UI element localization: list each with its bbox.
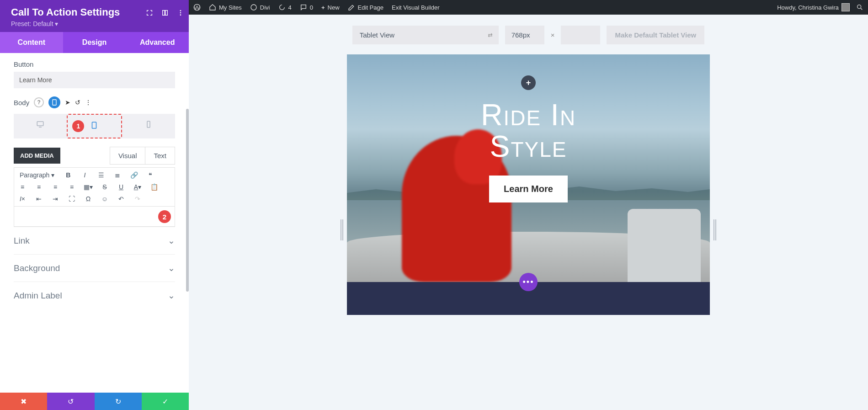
format-select[interactable]: Paragraph ▾ bbox=[17, 170, 57, 181]
chevron-down-icon: ⌄ bbox=[168, 263, 175, 273]
paste-icon[interactable]: 📋 bbox=[149, 181, 160, 192]
wp-logo-icon[interactable] bbox=[193, 4, 201, 11]
chevron-down-icon: ⌄ bbox=[168, 290, 175, 301]
cancel-button[interactable]: ✖ bbox=[0, 393, 47, 410]
align-center-icon[interactable]: ≡ bbox=[33, 181, 44, 192]
svg-point-10 bbox=[251, 5, 256, 10]
sidebar-content: Button Body ? ➤ ↺ ⋮ 1 ADD MEDIA bbox=[0, 53, 189, 393]
svg-rect-1 bbox=[165, 11, 168, 16]
body-more-icon[interactable]: ⋮ bbox=[85, 99, 91, 106]
align-justify-icon[interactable]: ≡ bbox=[66, 181, 77, 192]
device-tabs: 1 bbox=[14, 114, 175, 138]
tab-advanced[interactable]: Advanced bbox=[126, 32, 189, 53]
device-tablet[interactable]: 1 bbox=[67, 114, 122, 138]
scrollbar[interactable] bbox=[186, 109, 189, 292]
special-char-icon[interactable]: Ω bbox=[83, 193, 94, 204]
text-color-icon[interactable]: A▾ bbox=[132, 181, 143, 192]
snap-icon[interactable] bbox=[161, 9, 169, 18]
resize-handle-right[interactable] bbox=[714, 219, 716, 240]
preset-dropdown[interactable]: Preset: Default ▾ bbox=[11, 20, 178, 27]
align-left-icon[interactable]: ≡ bbox=[17, 181, 28, 192]
fullscreen-icon[interactable]: ⛶ bbox=[66, 193, 77, 204]
button-input[interactable] bbox=[14, 72, 175, 88]
accordion-admin-label[interactable]: Admin Label⌄ bbox=[14, 282, 175, 309]
hero-section[interactable]: + Ride InStyle Learn More bbox=[347, 54, 710, 282]
more-icon[interactable] bbox=[177, 9, 184, 18]
svg-point-3 bbox=[180, 12, 181, 14]
add-media-button[interactable]: ADD MEDIA bbox=[14, 148, 60, 164]
hero-cta-button[interactable]: Learn More bbox=[489, 176, 568, 202]
exit-builder-link[interactable]: Exit Visual Builder bbox=[392, 4, 440, 11]
console-decoration bbox=[628, 209, 701, 282]
redo-rte-icon[interactable]: ↷ bbox=[132, 193, 143, 204]
device-desktop[interactable] bbox=[14, 114, 67, 138]
main-canvas: My Sites Divi 4 0 +New Edit Page Exit Vi… bbox=[189, 0, 868, 410]
svg-point-2 bbox=[180, 10, 181, 11]
redo-button[interactable]: ↻ bbox=[95, 393, 142, 410]
undo-button[interactable]: ↺ bbox=[47, 393, 94, 410]
settings-sidebar: Call To Action Settings Preset: Default … bbox=[0, 0, 189, 410]
make-default-button[interactable]: Make Default Tablet View bbox=[607, 26, 704, 44]
builder-menu-button[interactable]: ••• bbox=[519, 273, 538, 291]
table-icon[interactable]: ▦▾ bbox=[83, 181, 94, 192]
body-label: Body bbox=[14, 99, 29, 106]
number-list-icon[interactable]: ≣ bbox=[112, 170, 123, 181]
my-sites-link[interactable]: My Sites bbox=[209, 4, 242, 11]
wp-admin-bar: My Sites Divi 4 0 +New Edit Page Exit Vi… bbox=[189, 0, 868, 15]
pointer-icon[interactable]: ➤ bbox=[65, 99, 70, 106]
strike-icon[interactable]: S bbox=[99, 181, 110, 192]
site-link[interactable]: Divi bbox=[250, 4, 270, 11]
device-phone[interactable] bbox=[122, 114, 175, 138]
outdent-icon[interactable]: ⇤ bbox=[33, 193, 44, 204]
search-icon[interactable] bbox=[856, 4, 863, 11]
width-input[interactable] bbox=[505, 26, 544, 44]
canvas-controls: Tablet View × Make Default Tablet View bbox=[189, 15, 868, 50]
updates-link[interactable]: 4 bbox=[278, 4, 292, 11]
expand-icon[interactable] bbox=[146, 9, 153, 18]
quote-icon[interactable]: ❝ bbox=[145, 170, 156, 181]
clear-format-icon[interactable]: I× bbox=[17, 193, 28, 204]
avatar bbox=[841, 3, 850, 11]
editor-text-tab[interactable]: Text bbox=[145, 147, 175, 164]
edit-page-link[interactable]: Edit Page bbox=[348, 4, 383, 11]
emoji-icon[interactable]: ☺ bbox=[99, 193, 110, 204]
add-section-button[interactable]: + bbox=[521, 75, 536, 90]
chevron-down-icon: ⌄ bbox=[168, 235, 175, 246]
save-button[interactable]: ✓ bbox=[142, 393, 189, 410]
new-link[interactable]: +New bbox=[321, 4, 340, 11]
footer-section[interactable]: ••• bbox=[347, 282, 710, 315]
tab-content[interactable]: Content bbox=[0, 32, 63, 53]
accordion-link[interactable]: Link⌄ bbox=[14, 227, 175, 254]
link-insert-icon[interactable]: 🔗 bbox=[128, 170, 139, 181]
svg-point-4 bbox=[180, 14, 181, 16]
align-right-icon[interactable]: ≡ bbox=[50, 181, 61, 192]
hero-title[interactable]: Ride InStyle bbox=[481, 99, 576, 163]
view-select[interactable]: Tablet View bbox=[352, 26, 499, 44]
resize-handle-left[interactable] bbox=[341, 219, 343, 240]
bold-icon[interactable]: B bbox=[63, 170, 74, 181]
annotation-marker-1: 1 bbox=[72, 120, 84, 132]
indent-icon[interactable]: ⇥ bbox=[50, 193, 61, 204]
underline-icon[interactable]: U bbox=[116, 181, 127, 192]
svg-rect-5 bbox=[53, 100, 56, 105]
editor-visual-tab[interactable]: Visual bbox=[110, 147, 145, 164]
undo-rte-icon[interactable]: ↶ bbox=[116, 193, 127, 204]
accordion-background[interactable]: Background⌄ bbox=[14, 254, 175, 282]
body-editor[interactable]: 2 bbox=[14, 207, 175, 227]
tab-design[interactable]: Design bbox=[63, 32, 126, 53]
sidebar-tabs: Content Design Advanced bbox=[0, 32, 189, 53]
svg-rect-0 bbox=[163, 11, 165, 16]
help-icon[interactable]: ? bbox=[34, 97, 44, 107]
italic-icon[interactable]: I bbox=[79, 170, 90, 181]
dimension-separator: × bbox=[551, 31, 555, 39]
svg-point-11 bbox=[857, 5, 861, 9]
comments-link[interactable]: 0 bbox=[300, 4, 313, 11]
tablet-active-icon[interactable] bbox=[48, 96, 60, 108]
reset-icon[interactable]: ↺ bbox=[75, 99, 80, 106]
rte-toolbar: Paragraph ▾ B I ☰ ≣ 🔗 ❝ ≡ ≡ ≡ ≡ ▦▾ S U A… bbox=[14, 167, 175, 207]
preview-frame: + Ride InStyle Learn More ••• bbox=[347, 54, 710, 405]
annotation-marker-2: 2 bbox=[158, 210, 171, 223]
greeting-label[interactable]: Howdy, Christina Gwira bbox=[777, 3, 850, 11]
bullet-list-icon[interactable]: ☰ bbox=[96, 170, 107, 181]
height-input[interactable] bbox=[561, 26, 600, 44]
